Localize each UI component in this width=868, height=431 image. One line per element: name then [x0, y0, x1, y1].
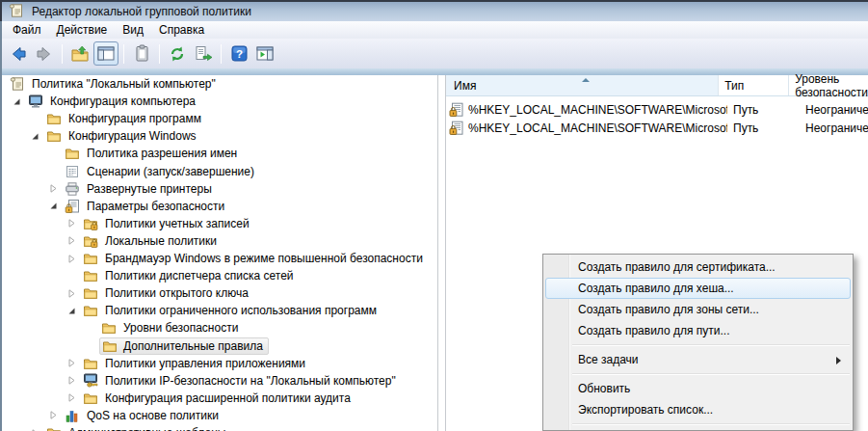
tree-item[interactable]: Политики управления приложениями [2, 355, 437, 372]
tree-selection: Дополнительные правила [99, 337, 269, 355]
tree-item-label: Брандмауэр Windows в режиме повышенной б… [102, 252, 426, 265]
menu-separator [572, 370, 850, 378]
tree-item-label: Политики учетных записей [102, 217, 252, 230]
tree-item[interactable]: Политика "Локальный компьютер" [2, 75, 437, 93]
expand-collapsed-icon[interactable] [65, 236, 83, 245]
tree-item[interactable]: Параметры безопасности [2, 198, 437, 215]
row-name-cell: %HKEY_LOCAL_MACHINE\SOFTWARE\Microsof... [446, 102, 727, 118]
tree-item[interactable]: Политики ограниченного использования про… [2, 302, 437, 319]
menu-file[interactable]: Файл [5, 21, 49, 39]
tree-item[interactable]: Конфигурация компьютера [2, 93, 437, 110]
context-menu-item[interactable]: Экспортировать список... [545, 399, 851, 420]
expand-collapsed-icon[interactable] [65, 255, 83, 263]
menu-help[interactable]: Справка [151, 21, 212, 39]
tree-item-label: Политики ограниченного использования про… [102, 304, 380, 317]
folder-icon [102, 338, 120, 354]
tree-item[interactable]: Конфигурация программ [2, 110, 437, 127]
expand-expanded-icon[interactable] [28, 132, 46, 141]
folder-icon [83, 268, 102, 283]
tree-item[interactable]: Конфигурация расширенной политики аудита [2, 390, 437, 407]
expand-collapsed-icon[interactable] [65, 376, 83, 385]
context-menu-item[interactable]: Создать правило для зоны сети... [545, 299, 851, 320]
tree-item[interactable]: Политики учетных записей [2, 215, 437, 232]
context-menu: Создать правило для сертификата...Создат… [542, 254, 854, 431]
submenu-arrow-icon [836, 357, 841, 364]
folder-icon [101, 320, 120, 336]
tree-item-label: Политики диспетчера списка сетей [102, 269, 297, 283]
menu-action[interactable]: Действие [49, 21, 116, 39]
row-name-cell: %HKEY_LOCAL_MACHINE\SOFTWARE\Microsof... [446, 121, 727, 136]
back-button[interactable] [6, 41, 31, 66]
expand-expanded-icon[interactable] [46, 202, 65, 210]
context-menu-item[interactable]: Все задачи [545, 349, 851, 370]
expand-expanded-icon[interactable] [65, 307, 83, 315]
context-menu-item[interactable]: Создать правило для сертификата... [545, 256, 851, 278]
titlebar[interactable]: Редактор локальной групповой политики [0, 0, 868, 21]
export-list-button[interactable] [191, 41, 216, 66]
folder-icon [83, 356, 102, 371]
action-pane-icon [256, 45, 274, 62]
table-row[interactable]: %HKEY_LOCAL_MACHINE\SOFTWARE\Microsof...… [446, 100, 868, 119]
tree-item[interactable]: Политики открытого ключа [2, 284, 437, 302]
context-menu-item[interactable]: Создать правило для хеша... [545, 278, 851, 299]
folder-icon [83, 251, 102, 266]
forward-button[interactable] [32, 41, 57, 66]
expand-collapsed-icon[interactable] [65, 219, 83, 228]
list-header-level[interactable]: Уровень безопасности [789, 75, 868, 95]
expand-collapsed-icon[interactable] [46, 184, 65, 193]
tree-item[interactable]: QoS на основе политики [2, 407, 437, 424]
tree-item[interactable]: Брандмауэр Windows в режиме повышенной б… [2, 250, 437, 267]
tree-item[interactable]: Политики IP-безопасности на "Локальный к… [2, 372, 437, 390]
tree-item-label: Параметры безопасности [84, 200, 227, 213]
folder-lock-icon [83, 233, 102, 249]
tree-item[interactable]: Административные шаблоны [2, 424, 437, 431]
console-tree-pane: Политика "Локальный компьютер"Конфигурац… [2, 75, 438, 431]
tree-item[interactable]: Развернутые принтеры [2, 180, 437, 198]
tree-item-label: Политики открытого ключа [102, 286, 251, 300]
context-menu-item[interactable]: Обновить [545, 378, 851, 399]
tree-item[interactable]: Уровни безопасности [2, 319, 437, 337]
expand-collapsed-icon[interactable] [65, 359, 83, 367]
row-security-level: Неограниченный [800, 103, 868, 117]
context-menu-item-label: Создать правило для сертификата... [578, 260, 776, 274]
up-one-level-button[interactable] [67, 41, 92, 66]
expand-collapsed-icon[interactable] [65, 393, 83, 402]
context-menu-item-label: Обновить [578, 382, 630, 395]
gpedit-window: { "window": { "title": "Редактор локальн… [0, 0, 868, 431]
script-icon [65, 164, 84, 179]
back-arrow-icon [9, 44, 28, 64]
tree-item[interactable]: Политики диспетчера списка сетей [2, 267, 437, 284]
help-button[interactable]: ? [226, 41, 251, 66]
tree-item[interactable]: Дополнительные правила [2, 337, 437, 355]
list-rows: %HKEY_LOCAL_MACHINE\SOFTWARE\Microsof...… [446, 96, 868, 137]
expand-collapsed-icon[interactable] [65, 289, 83, 298]
export-list-icon [195, 45, 213, 63]
list-header-type[interactable]: Тип [719, 75, 789, 95]
paste-button[interactable] [129, 41, 154, 66]
registry-rule-icon [449, 102, 464, 118]
row-security-level: Неограниченный [800, 121, 868, 135]
toolbar-separator [123, 44, 124, 64]
forward-arrow-icon [35, 44, 54, 64]
clipboard-icon [134, 44, 150, 63]
action-pane-toggle-button[interactable] [252, 41, 277, 66]
tree-item[interactable]: Локальные политики [2, 232, 437, 250]
menu-view[interactable]: Вид [115, 21, 151, 39]
expand-collapsed-icon[interactable] [46, 411, 65, 419]
context-menu-item-label: Создать правило для зоны сети... [578, 303, 759, 316]
refresh-button[interactable] [165, 41, 190, 66]
tree-item[interactable]: Сценарии (запуск/завершение) [2, 163, 437, 180]
tree-item-label: Политики IP-безопасности на "Локальный к… [102, 374, 399, 388]
tree-item[interactable]: Конфигурация Windows [2, 127, 437, 145]
folder-icon [46, 128, 66, 144]
console-tree-toggle-button[interactable] [93, 41, 118, 66]
table-row[interactable]: %HKEY_LOCAL_MACHINE\SOFTWARE\Microsof...… [446, 119, 868, 137]
policy-scroll-icon [10, 76, 29, 92]
tree-item-label: QoS на основе политики [84, 409, 222, 422]
context-menu-item[interactable]: Создать правило для пути... [545, 320, 851, 341]
refresh-icon [169, 45, 186, 63]
tree-item-label: Конфигурация Windows [66, 129, 199, 143]
expand-expanded-icon[interactable] [10, 97, 28, 106]
tree-item[interactable]: Политика разрешения имен [2, 145, 437, 162]
console-tree-icon [97, 45, 115, 62]
